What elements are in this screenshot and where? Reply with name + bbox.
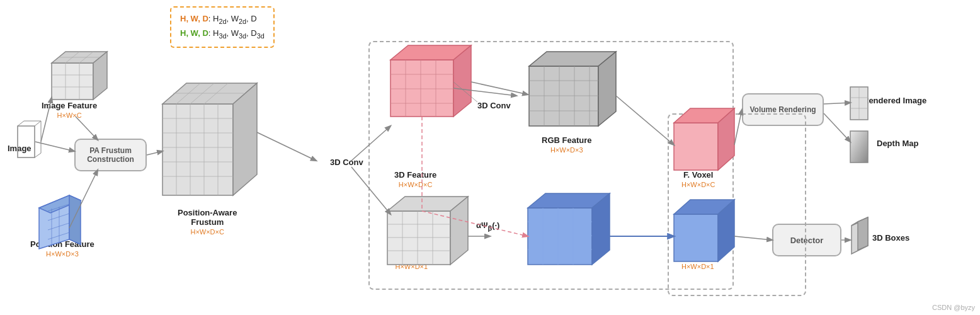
conv3d-label-2: 3D Conv — [477, 101, 511, 110]
rgb-feature-sub: H×W×D×3 — [550, 146, 583, 154]
rendered-image-label: Rendered Image — [863, 96, 926, 105]
svg-marker-87 — [850, 131, 868, 163]
position-feature-label: Position Feature H×W×D×3 — [30, 239, 94, 258]
f-voxel-sub: H×W×D×C — [681, 181, 715, 188]
svg-marker-24 — [162, 104, 233, 195]
rgb-feature-label: RGB Feature H×W×D×3 — [542, 135, 591, 154]
svg-marker-89 — [852, 217, 868, 226]
legend-orange-1: H, W, D — [180, 14, 208, 23]
svg-line-94 — [69, 170, 98, 228]
svg-line-12 — [66, 52, 79, 63]
svg-marker-88 — [852, 217, 868, 254]
volume-rendering-label: Volume Rendering — [749, 105, 816, 114]
svg-line-95 — [147, 151, 162, 155]
svg-line-4 — [35, 153, 41, 158]
pa-frustum-main-label: Position-AwareFrustum H×W×D×C — [178, 208, 237, 236]
svg-marker-7 — [93, 52, 107, 100]
svg-line-92 — [35, 142, 74, 151]
svg-marker-5 — [52, 63, 93, 100]
density-feature-sub: H×W×D×1 — [549, 244, 581, 251]
watermark: CSDN @byzy — [932, 304, 975, 311]
alpha-psi-label: αΨβ(·) — [476, 220, 499, 232]
legend-box: H, W, D: H2d, W2d, D H, W, D: H3d, W3d, … — [170, 6, 275, 48]
legend-line-2: H, W, D: H3d, W3d, D3d — [180, 27, 265, 42]
svg-line-96 — [257, 132, 316, 161]
svg-marker-26 — [233, 83, 257, 195]
svg-line-20 — [48, 223, 69, 230]
conv3d-label-1: 3D Conv — [330, 158, 363, 167]
image-label: Image — [8, 144, 31, 153]
svg-marker-90 — [858, 217, 868, 250]
sdf-feature-sub: H×W×D×1 — [395, 263, 428, 270]
svg-line-21 — [48, 232, 69, 239]
svg-line-37 — [190, 83, 214, 104]
svg-line-13 — [79, 52, 93, 63]
svg-line-110 — [824, 113, 850, 142]
sdf-feature-label: SDF Feature H×W×D×1 — [387, 252, 436, 271]
d-voxel-label: D. Voxel H×W×D×1 — [681, 252, 714, 271]
density-feature-label: Density Feature H×W×D×1 — [534, 233, 596, 252]
position-feature-sub: H×W×D×3 — [46, 250, 79, 258]
svg-line-19 — [48, 214, 69, 220]
svg-line-1 — [35, 121, 41, 126]
image-feature-sub: H×W×C — [57, 112, 82, 119]
svg-line-93 — [76, 117, 98, 140]
legend-green-2: H, W, D — [180, 28, 208, 38]
svg-line-18 — [48, 204, 69, 211]
diagram: H, W, D: H2d, W2d, D H, W, D: H3d, W3d, … — [0, 0, 980, 315]
f-voxel-label: F. Voxel H×W×D×C — [681, 170, 715, 189]
svg-line-0 — [18, 121, 24, 126]
feature-3d-sub: H×W×D×C — [399, 181, 433, 188]
depth-map-label: Depth Map — [877, 139, 918, 148]
svg-line-36 — [176, 83, 200, 104]
svg-marker-6 — [52, 52, 107, 63]
legend-line-1: H, W, D: H2d, W2d, D — [180, 13, 265, 27]
feature-3d-label: 3D Feature H×W×D×C — [394, 170, 436, 189]
svg-line-38 — [204, 83, 228, 104]
boxes-3d-label: 3D Boxes — [872, 233, 909, 243]
svg-marker-17 — [69, 195, 81, 244]
svg-marker-25 — [162, 83, 257, 104]
d-voxel-sub: H×W×D×1 — [681, 263, 714, 270]
image-feature-label: Image Feature H×W×C — [42, 101, 97, 120]
svg-marker-16 — [39, 195, 81, 213]
pa-frustum-construction-box: PA Frustum Construction — [74, 139, 147, 171]
pa-frustum-label: PA Frustum Construction — [76, 146, 145, 164]
svg-line-109 — [824, 103, 850, 104]
